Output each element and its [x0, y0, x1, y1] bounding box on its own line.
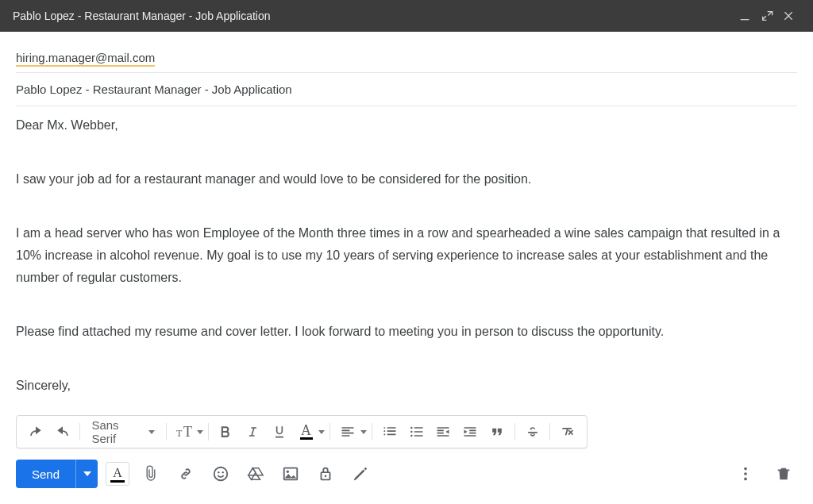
strikethrough-button[interactable]: [520, 418, 545, 445]
titlebar[interactable]: Pablo Lopez - Restaurant Manager - Job A…: [0, 0, 813, 32]
svg-rect-0: [741, 19, 749, 20]
chevron-down-icon: [83, 471, 91, 476]
send-button[interactable]: Send: [16, 460, 75, 488]
separator: [166, 423, 167, 441]
chevron-down-icon[interactable]: [197, 430, 203, 434]
color-bar: [110, 480, 125, 483]
header-fields: hiring.manager@mail.com Pablo Lopez - Re…: [0, 32, 813, 106]
emoji-icon: [212, 465, 229, 483]
indent-more-button[interactable]: [457, 418, 483, 445]
svg-point-8: [222, 471, 224, 473]
close-icon[interactable]: [778, 0, 800, 32]
separator: [79, 423, 80, 441]
attach-file-button[interactable]: [137, 460, 164, 487]
collapse-icon[interactable]: [756, 0, 778, 32]
left-actions: Send A: [16, 460, 374, 488]
quote-button[interactable]: [484, 418, 510, 445]
chevron-down-icon[interactable]: [360, 430, 367, 434]
lock-clock-icon: [317, 465, 334, 483]
svg-point-6: [214, 467, 228, 481]
discard-draft-button[interactable]: [770, 460, 797, 487]
font-family-label: Sans Serif: [91, 418, 142, 445]
insert-photo-button[interactable]: [277, 460, 304, 487]
chevron-down-icon[interactable]: [318, 430, 325, 434]
align-button[interactable]: [335, 418, 360, 445]
recipient-chip[interactable]: hiring.manager@mail.com: [16, 51, 155, 67]
send-options-button[interactable]: [75, 460, 98, 488]
text-color-button[interactable]: A: [294, 418, 319, 445]
pen-icon: [352, 465, 369, 483]
italic-button[interactable]: [240, 418, 265, 445]
separator: [514, 423, 515, 441]
separator: [372, 423, 372, 441]
numbered-list-button[interactable]: [377, 418, 403, 445]
body-p5: Sincerely,: [16, 375, 791, 397]
format-options-button[interactable]: A: [106, 462, 129, 486]
bold-button[interactable]: [214, 418, 239, 445]
image-icon: [282, 465, 299, 483]
window-title: Pablo Lopez - Restaurant Manager - Job A…: [13, 10, 734, 22]
insert-emoji-button[interactable]: [207, 460, 234, 487]
format-toolbar-wrap: Sans Serif TT A: [0, 415, 813, 452]
subject-text: Pablo Lopez - Restaurant Manager - Job A…: [16, 83, 292, 96]
text-a-icon: A: [301, 425, 311, 436]
action-row: Send A: [0, 452, 813, 504]
trash-icon: [775, 465, 792, 483]
svg-point-3: [410, 427, 413, 429]
separator: [208, 423, 209, 441]
format-toolbar: Sans Serif TT A: [16, 415, 588, 448]
insert-drive-button[interactable]: [242, 460, 269, 487]
bulleted-list-button[interactable]: [404, 418, 430, 445]
svg-point-12: [325, 475, 327, 477]
svg-point-13: [744, 467, 747, 471]
text-a-icon: A: [113, 467, 122, 479]
body-area: Dear Mx. Webber, I saw your job ad for a…: [0, 106, 813, 415]
insert-signature-button[interactable]: [347, 460, 374, 487]
undo-button[interactable]: [23, 418, 48, 445]
svg-point-10: [287, 471, 289, 473]
svg-text:T: T: [183, 424, 192, 440]
confidential-mode-button[interactable]: [312, 460, 339, 487]
insert-link-button[interactable]: [172, 460, 199, 487]
body-p4: Please find attached my resume and cover…: [16, 321, 791, 343]
separator: [549, 423, 550, 441]
svg-point-5: [410, 435, 413, 437]
underline-button[interactable]: [267, 418, 292, 445]
body-editor[interactable]: Dear Mx. Webber, I saw your job ad for a…: [0, 106, 807, 415]
right-actions: [732, 460, 797, 487]
remove-formatting-button[interactable]: [555, 418, 580, 445]
svg-text:T: T: [176, 428, 183, 439]
svg-point-7: [218, 471, 219, 473]
body-p2: I saw your job ad for a restaurant manag…: [16, 168, 791, 190]
redo-button[interactable]: [50, 418, 75, 445]
indent-less-button[interactable]: [431, 418, 457, 445]
more-vertical-icon: [737, 465, 754, 483]
to-field[interactable]: hiring.manager@mail.com: [16, 37, 797, 73]
font-size-button[interactable]: TT: [171, 418, 197, 445]
chevron-down-icon: [148, 430, 155, 434]
link-icon: [177, 465, 195, 483]
minimize-icon[interactable]: [734, 0, 756, 32]
subject-field[interactable]: Pablo Lopez - Restaurant Manager - Job A…: [16, 73, 797, 106]
svg-point-14: [744, 472, 747, 475]
paperclip-icon: [142, 465, 160, 483]
font-family-select[interactable]: Sans Serif: [85, 418, 161, 445]
more-options-button[interactable]: [732, 460, 759, 487]
svg-point-4: [410, 431, 413, 433]
body-p1: Dear Mx. Webber,: [16, 114, 791, 137]
separator: [329, 423, 330, 441]
body-p3: I am a head server who has won Employee …: [16, 222, 791, 289]
send-button-group: Send: [16, 460, 98, 488]
svg-point-15: [744, 478, 747, 481]
color-bar: [300, 437, 313, 440]
drive-icon: [247, 465, 264, 483]
compose-window: Pablo Lopez - Restaurant Manager - Job A…: [0, 0, 813, 504]
